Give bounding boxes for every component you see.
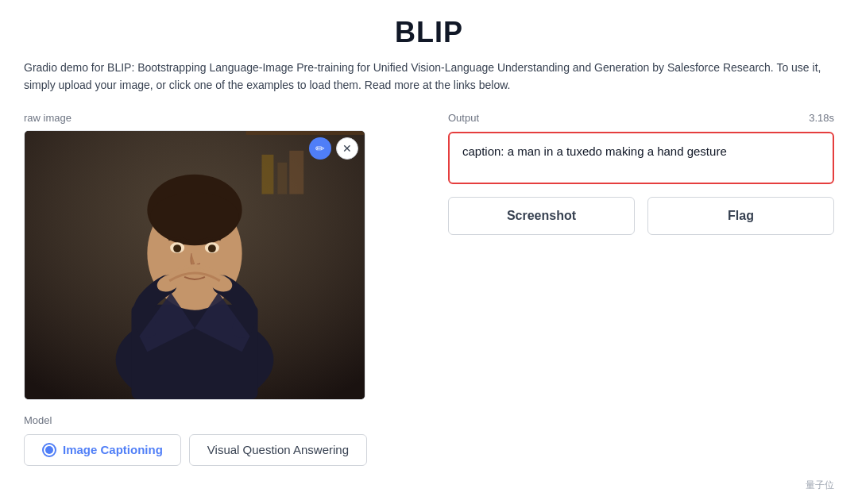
model-section: Model Image Captioning Visual Question A… [24, 414, 429, 466]
model-label: Model [24, 414, 429, 426]
main-content: raw image [24, 112, 834, 466]
tab-image-captioning-label: Image Captioning [63, 443, 163, 456]
remove-image-button[interactable]: ✕ [336, 137, 358, 160]
action-buttons: Screenshot Flag [448, 197, 834, 235]
edit-image-button[interactable]: ✏ [309, 137, 331, 160]
watermark: 量子位 [806, 479, 834, 492]
svg-rect-3 [277, 163, 287, 194]
app-title: BLIP [24, 16, 834, 49]
output-label: Output [448, 112, 479, 124]
svg-rect-4 [289, 151, 303, 194]
radio-inner [45, 446, 53, 454]
image-controls: ✏ ✕ [309, 137, 358, 160]
svg-point-17 [208, 244, 216, 252]
tab-visual-qa[interactable]: Visual Question Answering [189, 434, 367, 466]
close-icon: ✕ [342, 142, 352, 155]
app-description: Gradio demo for BLIP: Bootstrapping Lang… [24, 59, 834, 94]
screenshot-button[interactable]: Screenshot [448, 197, 635, 235]
model-tabs: Image Captioning Visual Question Answeri… [24, 434, 429, 466]
uploaded-image [25, 131, 365, 399]
svg-rect-2 [262, 155, 274, 194]
svg-rect-5 [246, 131, 365, 135]
edit-icon: ✏ [315, 142, 325, 155]
radio-image-captioning [42, 443, 56, 457]
tab-visual-qa-label: Visual Question Answering [207, 443, 349, 456]
flag-button[interactable]: Flag [647, 197, 834, 235]
output-header: Output 3.18s [448, 112, 834, 124]
left-panel: raw image [24, 112, 429, 466]
svg-point-16 [173, 244, 181, 252]
output-text-field[interactable] [448, 132, 834, 184]
image-label: raw image [24, 112, 429, 124]
right-panel: Output 3.18s Screenshot Flag [448, 112, 834, 235]
image-container: ✏ ✕ [24, 130, 365, 400]
output-timing: 3.18s [809, 112, 834, 124]
svg-point-13 [150, 192, 238, 240]
tab-image-captioning[interactable]: Image Captioning [24, 434, 181, 466]
